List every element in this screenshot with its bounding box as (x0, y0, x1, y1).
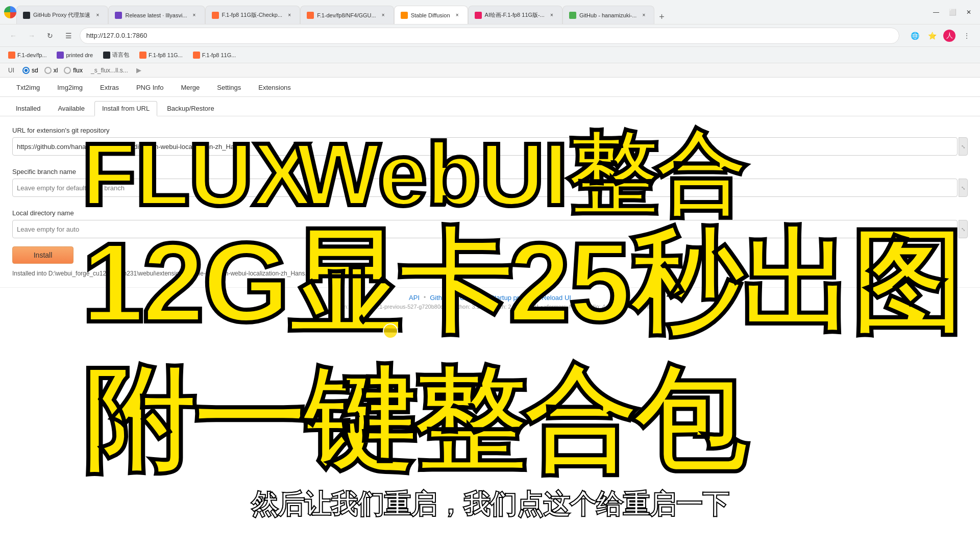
footer-link-api[interactable]: API (409, 294, 420, 302)
address-icons: 🌐 ⭐ 人 ⋮ (908, 29, 974, 43)
footer-link-gradio[interactable]: Gradio (460, 294, 480, 302)
arrow-icon: ▶ (136, 66, 141, 74)
tab-github-proxy[interactable]: GitHub Proxy 代理加速 × (16, 6, 108, 24)
tab-release[interactable]: Release latest · Illyasvi... × (108, 6, 205, 24)
cursor-indicator (383, 323, 398, 339)
ui-label: UI (8, 67, 14, 74)
tab-close-hanamizuki[interactable]: × (640, 11, 648, 19)
dir-label: Local directory name (12, 209, 968, 217)
bookmark-label-language: 语言包 (112, 51, 129, 59)
tab-label-stable-diffusion: Stable Diffusion (411, 12, 450, 18)
title-bar: GitHub Proxy 代理加速 × Release latest · Ill… (0, 0, 980, 24)
address-text: http://127.0.0.1:7860 (86, 32, 147, 39)
tab-favicon-hanamizuki (569, 12, 576, 19)
tab-ai-paint[interactable]: AI绘画-F.1-fp8 11G版-... × (468, 6, 562, 24)
radio-dot-xl (44, 67, 52, 74)
bookmark-item-f1fp8-11g-1[interactable]: F.1-fp8 11G... (135, 51, 187, 60)
footer-links: API • Github • Gradio • Startup profile … (6, 294, 974, 302)
sub-tab-install-from-url[interactable]: Install from URL (94, 101, 157, 116)
main-nav-tab-pnginfo[interactable]: PNG Info (128, 80, 172, 96)
bookmark-favicon-f1fp8-11g-2 (193, 52, 200, 59)
radio-label-sd: sd (32, 67, 38, 74)
tab-close-github-proxy[interactable]: × (93, 11, 102, 19)
tab-close-f1fp8-nf4[interactable]: × (379, 11, 387, 19)
main-nav-tab-img2img[interactable]: Img2img (49, 80, 91, 96)
tab-label-hanamizuki: GitHub - hanamizuki-... (579, 12, 636, 18)
install-status: Installed into D:\webui_forge_cu121_torc… (12, 270, 968, 277)
translate-icon[interactable]: 🌐 (908, 29, 922, 43)
main-nav-tab-settings[interactable]: Settings (209, 80, 249, 96)
tab-close-ai-paint[interactable]: × (548, 11, 556, 19)
new-tab-button[interactable]: + (654, 10, 669, 24)
radio-label-flux: flux (73, 67, 83, 74)
profile-icon[interactable]: 人 (942, 29, 957, 43)
reload-button[interactable]: ↻ (43, 29, 57, 43)
bookmark-item-f1fp8-11g-2[interactable]: F.1-fp8 11G... (189, 51, 240, 60)
bookmark-icon[interactable]: ⭐ (925, 29, 939, 43)
bookmark-item-f1fp8-dev[interactable]: F.1-dev/fp... (4, 51, 51, 60)
install-button[interactable]: Install (12, 246, 74, 264)
tab-stable-diffusion[interactable]: Stable Diffusion × (394, 6, 468, 24)
sub-tab-backup-restore[interactable]: Backup/Restore (159, 101, 222, 116)
window-maximize-button[interactable]: ⬜ (945, 5, 960, 19)
tab-favicon-f1fp8-check (212, 12, 219, 19)
tab-label-f1fp8-check: F.1-fp8 11G版-Checkp... (222, 11, 283, 19)
tab-hanamizuki[interactable]: GitHub - hanamizuki-... × (562, 6, 654, 24)
tab-f1fp8-nf4[interactable]: F.1-dev/fp8/NF4/GGU... × (300, 6, 394, 24)
radio-label-xl: xl (54, 67, 58, 74)
radio-flux[interactable]: flux (64, 67, 83, 74)
main-nav-tab-extensions[interactable]: Extensions (250, 80, 299, 96)
bookmark-label-f1fp8-11g-1: F.1-fp8 11G... (149, 52, 183, 58)
footer-link-startup[interactable]: Startup profile (490, 294, 531, 302)
main-nav-tab-extras[interactable]: Extras (92, 80, 127, 96)
tab-f1fp8-check[interactable]: F.1-fp8 11G版-Checkp... × (205, 6, 301, 24)
tab-close-stable-diffusion[interactable]: × (453, 11, 461, 19)
model-name-display: _s_flux...ll.s... (91, 67, 128, 74)
tab-label-ai-paint: AI绘画-F.1-fp8 11G版-... (485, 11, 545, 19)
url-input[interactable] (12, 137, 958, 156)
window-controls: — ⬜ ✕ (929, 5, 976, 19)
page-content: UI sd xl flux _s_flux...ll.s... ▶ T (0, 63, 980, 551)
browser-logo-area (4, 6, 16, 18)
bookmark-item-language[interactable]: 语言包 (99, 50, 133, 60)
radio-xl[interactable]: xl (44, 67, 58, 74)
bookmark-favicon-f1fp8-11g-1 (139, 52, 146, 59)
tab-favicon-f1fp8-nf4 (307, 12, 314, 19)
tab-close-release[interactable]: × (190, 11, 199, 19)
url-label: URL for extension's git repository (12, 127, 968, 134)
extensions-sub-tabs: Installed Available Install from URL Bac… (0, 97, 980, 116)
url-resize-handle: ⤡ (959, 137, 968, 156)
dir-resize-handle: ⤡ (959, 220, 968, 238)
dir-input[interactable] (12, 220, 958, 238)
bookmark-label-f1fp8-11g-2: F.1-fp8 11G... (202, 52, 236, 58)
sub-tab-available[interactable]: Available (50, 101, 92, 116)
main-nav-tab-merge[interactable]: Merge (173, 80, 208, 96)
tab-label-f1fp8-nf4: F.1-dev/fp8/NF4/GGU... (317, 12, 376, 18)
back-button[interactable]: ← (6, 29, 20, 43)
main-nav: Txt2img Img2img Extras PNG Info Merge Se… (0, 78, 980, 97)
more-options-icon[interactable]: ⋮ (960, 29, 974, 43)
bookmarks-bar: F.1-dev/fp... printed dre 语言包 F.1-fp8 11… (0, 47, 980, 63)
branch-input[interactable] (12, 179, 958, 197)
bookmark-favicon-language (103, 52, 110, 59)
sub-tab-installed[interactable]: Installed (8, 101, 48, 116)
radio-sd[interactable]: sd (22, 67, 38, 74)
overlay-fuyijian-text: 附一键整合包 (82, 364, 743, 477)
address-bar[interactable]: http://127.0.0.1:7860 (80, 28, 899, 44)
bookmark-label-f1fp8-dev: F.1-dev/fp... (17, 52, 46, 58)
tab-favicon-github-proxy (23, 12, 30, 19)
tab-favicon-stable-diffusion (401, 12, 408, 19)
overlay-subtitle: 然后让我们重启，我们点这个给重启一下 (251, 487, 729, 522)
bookmark-item-printed-dre[interactable]: printed dre (53, 51, 97, 60)
footer-link-github[interactable]: Github (430, 294, 449, 302)
window-close-button[interactable]: ✕ (962, 5, 976, 19)
forward-button[interactable]: → (24, 29, 39, 43)
ui-navbar: UI sd xl flux _s_flux...ll.s... ▶ (0, 63, 980, 78)
footer-link-reload-ui[interactable]: Reload UI (542, 294, 571, 302)
window-minimize-button[interactable]: — (929, 5, 943, 19)
radio-dot-sd (22, 67, 30, 74)
bookmark-label-printed-dre: printed dre (66, 52, 93, 58)
home-button[interactable]: ☰ (61, 29, 76, 43)
tab-close-f1fp8-check[interactable]: × (285, 11, 293, 19)
main-nav-tab-txt2img[interactable]: Txt2img (8, 80, 48, 96)
